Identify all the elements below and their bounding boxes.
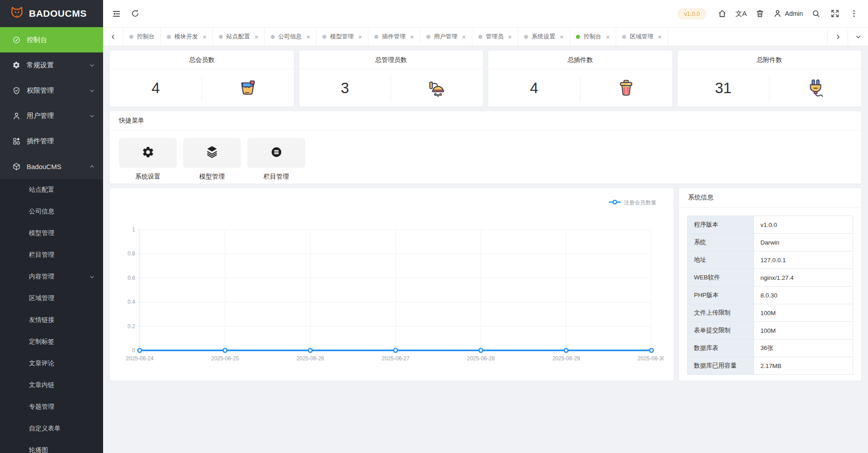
tab-close-icon[interactable]: × bbox=[358, 33, 362, 40]
tab-close-icon[interactable]: × bbox=[307, 33, 311, 40]
refresh-icon[interactable] bbox=[126, 0, 145, 27]
sidebar-item-用户管理[interactable]: 用户管理 bbox=[0, 103, 103, 128]
tab-dot bbox=[622, 35, 626, 39]
dashboard-icon bbox=[12, 35, 21, 44]
tab-公司信息[interactable]: 公司信息× bbox=[265, 28, 317, 46]
sidebar-item-权限管理[interactable]: 权限管理 bbox=[0, 78, 103, 103]
tab-close-icon[interactable]: × bbox=[410, 33, 414, 40]
sidebar-subitem-内容管理[interactable]: 内容管理 bbox=[0, 266, 103, 288]
sidebar-subitem-label: 文章评论 bbox=[29, 359, 95, 368]
sidebar-subitem-站点配置[interactable]: 站点配置 bbox=[0, 179, 103, 201]
tab-close-icon[interactable]: × bbox=[508, 33, 512, 40]
system-info-table: 程序版本v1.0.0系统Darwin地址127.0.0.1WEB软件nginx/… bbox=[687, 216, 853, 375]
sidebar-item-控制台[interactable]: 控制台 bbox=[0, 27, 103, 52]
plugin-icon bbox=[12, 137, 21, 146]
svg-text:0.6: 0.6 bbox=[127, 275, 135, 281]
system-info-value: 2.17MB bbox=[754, 357, 853, 375]
logo[interactable]: BADOUCMS bbox=[0, 0, 103, 27]
tabs-dropdown-button[interactable] bbox=[848, 28, 868, 46]
sidebar-fold-icon[interactable] bbox=[107, 0, 126, 27]
tab-close-icon[interactable]: × bbox=[658, 33, 662, 40]
search-icon[interactable] bbox=[807, 0, 826, 27]
sidebar-subitem-label: 定制标签 bbox=[29, 338, 95, 346]
sidebar-item-常规设置[interactable]: 常规设置 bbox=[0, 52, 103, 78]
version-badge: v1.0.0 bbox=[678, 9, 706, 19]
sidebar-item-插件管理[interactable]: 插件管理 bbox=[0, 128, 103, 154]
translate-icon[interactable]: 文A bbox=[731, 0, 750, 27]
tab-用户管理[interactable]: 用户管理× bbox=[420, 28, 472, 46]
chevron-down-icon bbox=[89, 62, 95, 68]
tab-close-icon[interactable]: × bbox=[255, 33, 259, 40]
tab-模型管理[interactable]: 模型管理× bbox=[316, 28, 368, 46]
tab-close-icon[interactable]: × bbox=[606, 33, 610, 40]
sidebar-menu: 控制台常规设置权限管理用户管理插件管理BadouCMS站点配置公司信息模型管理栏… bbox=[0, 27, 103, 453]
quick-menu-item-栏目管理[interactable]: 栏目管理 bbox=[247, 138, 305, 181]
more-kebab-icon[interactable] bbox=[844, 0, 863, 27]
sidebar-subitem-模型管理[interactable]: 模型管理 bbox=[0, 222, 103, 244]
sidebar-subitem-label: 自定义表单 bbox=[29, 425, 95, 433]
tab-close-icon[interactable]: × bbox=[203, 33, 207, 40]
quick-menu-label: 栏目管理 bbox=[247, 173, 305, 181]
sidebar-subitem-label: 友情链接 bbox=[29, 316, 95, 324]
quick-menu-tile bbox=[119, 138, 177, 168]
tab-label: 控制台 bbox=[137, 33, 155, 41]
tabs-list: 控制台模块开发×站点配置×公司信息×模型管理×插件管理×用户管理×管理员×系统设… bbox=[123, 28, 668, 46]
tab-控制台[interactable]: 控制台 bbox=[123, 28, 161, 46]
stat-card-总附件数: 总附件数31 bbox=[678, 51, 862, 107]
tab-close-icon[interactable]: × bbox=[462, 33, 466, 40]
quick-menu-label: 模型管理 bbox=[183, 173, 241, 181]
clear-cache-trash-icon[interactable] bbox=[750, 0, 769, 27]
system-info-value: nginx/1.27.4 bbox=[754, 269, 853, 287]
sidebar-subitem-label: 栏目管理 bbox=[29, 251, 95, 259]
sidebar-subitem-公司信息[interactable]: 公司信息 bbox=[0, 201, 103, 222]
main-content: 总会员数4总管理员数3总插件数4总附件数31 快捷菜单 系统设置模型管理栏目管理… bbox=[103, 46, 868, 453]
sidebar-item-BadouCMS[interactable]: BadouCMS bbox=[0, 154, 103, 179]
system-info-value: v1.0.0 bbox=[754, 216, 853, 234]
tab-dot bbox=[478, 35, 482, 39]
shower-icon bbox=[391, 78, 483, 99]
home-icon[interactable] bbox=[712, 0, 731, 27]
tab-插件管理[interactable]: 插件管理× bbox=[368, 28, 420, 46]
tab-模块开发[interactable]: 模块开发× bbox=[161, 28, 213, 46]
sidebar-subitem-文章评论[interactable]: 文章评论 bbox=[0, 353, 103, 374]
tab-dot bbox=[524, 35, 528, 39]
tab-label: 插件管理 bbox=[382, 33, 406, 41]
sidebar-subitem-专题管理[interactable]: 专题管理 bbox=[0, 396, 103, 418]
tab-label: 站点配置 bbox=[226, 33, 250, 41]
system-info-value: 100M bbox=[754, 304, 853, 322]
tab-系统设置[interactable]: 系统设置× bbox=[518, 28, 570, 46]
sidebar-subitem-label: 专题管理 bbox=[29, 403, 95, 411]
sidebar-subitem-文章内链[interactable]: 文章内链 bbox=[0, 374, 103, 396]
system-info-value: 100M bbox=[754, 322, 853, 340]
sidebar-subitem-友情链接[interactable]: 友情链接 bbox=[0, 309, 103, 331]
sidebar-subitem-定制标签[interactable]: 定制标签 bbox=[0, 331, 103, 353]
circle-list-icon bbox=[269, 145, 284, 161]
system-info-value: 127.0.0.1 bbox=[754, 251, 853, 269]
quick-menu-item-模型管理[interactable]: 模型管理 bbox=[183, 138, 241, 181]
tab-dot bbox=[219, 35, 223, 39]
tab-label: 模型管理 bbox=[330, 33, 354, 41]
tabs-scroll-right-button[interactable] bbox=[827, 28, 848, 46]
sidebar-item-label: 权限管理 bbox=[27, 86, 89, 95]
system-info-row: 表单提交限制100M bbox=[688, 322, 853, 340]
tab-close-icon[interactable]: × bbox=[560, 33, 564, 40]
tab-控制台[interactable]: 控制台× bbox=[570, 28, 616, 46]
user-menu[interactable]: Admin bbox=[769, 0, 807, 27]
fox-logo-icon bbox=[10, 6, 24, 22]
tabs-scroll-left-button[interactable] bbox=[103, 28, 123, 46]
sidebar-subitem-轮播图[interactable]: 轮播图 bbox=[0, 439, 103, 453]
tab-区域管理[interactable]: 区域管理× bbox=[616, 28, 668, 46]
tab-label: 控制台 bbox=[584, 33, 601, 41]
chevron-down-icon bbox=[89, 113, 95, 119]
sidebar-subitem-区域管理[interactable]: 区域管理 bbox=[0, 288, 103, 309]
sidebar-subitem-栏目管理[interactable]: 栏目管理 bbox=[0, 244, 103, 266]
trash-bin-icon bbox=[580, 78, 672, 99]
tab-管理员[interactable]: 管理员× bbox=[472, 28, 519, 46]
shield-icon bbox=[12, 86, 21, 95]
quick-menu-item-系统设置[interactable]: 系统设置 bbox=[119, 138, 177, 181]
fullscreen-icon[interactable] bbox=[826, 0, 844, 27]
system-info-row: 数据库已用容量2.17MB bbox=[688, 357, 853, 375]
chart-legend[interactable]: 注册会员数量 bbox=[609, 199, 656, 207]
tab-站点配置[interactable]: 站点配置× bbox=[213, 28, 265, 46]
sidebar-subitem-自定义表单[interactable]: 自定义表单 bbox=[0, 418, 103, 439]
